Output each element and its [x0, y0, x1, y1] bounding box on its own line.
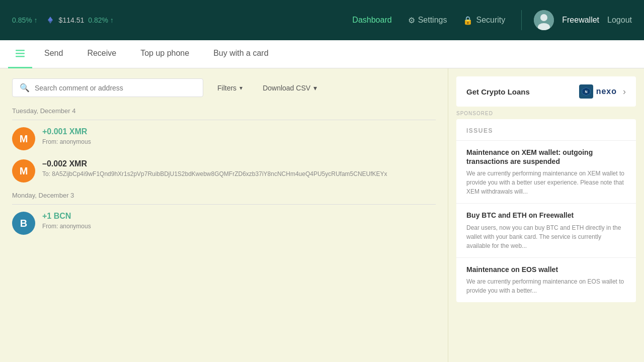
tab-receive[interactable]: Receive — [75, 40, 128, 68]
tx-avatar-2: M — [12, 159, 35, 183]
tx-sub-3: From: anonymous — [42, 223, 436, 230]
filters-label: Filters — [217, 84, 236, 92]
tx-avatar-1: M — [12, 127, 35, 150]
settings-label: Settings — [418, 16, 447, 25]
tx-amount-2: –0.002 XMR — [42, 159, 436, 168]
tabs-bar: Send Receive Top up phone Buy with a car… — [0, 40, 644, 68]
issue-desc-3: We are currently performing maintenance … — [466, 277, 626, 295]
lock-icon: 🔒 — [463, 16, 473, 25]
price2-pct: 0.82% ↑ — [88, 16, 114, 24]
tx-item-3[interactable]: B +1 BCN From: anonymous — [12, 212, 436, 235]
main-layout: 🔍 Filters ▾ Download CSV ▾ Tuesday, Dece… — [0, 68, 644, 362]
eth-price: $114.51 — [59, 16, 85, 24]
date-label-1: Tuesday, December 4 — [12, 107, 436, 115]
issue-item-3[interactable]: Maintenance on EOS wallet We are current… — [456, 258, 636, 302]
svg-point-3 — [540, 14, 547, 21]
tab-buy-with-card[interactable]: Buy with a card — [201, 40, 280, 68]
issue-title-1: Maintenance on XEM wallet: outgoing tran… — [466, 148, 626, 166]
tx-info-1: +0.001 XMR From: anonymous — [42, 127, 436, 145]
date-label-2: Monday, December 3 — [12, 192, 436, 199]
svg-text:N: N — [585, 90, 587, 94]
logout-button[interactable]: Logout — [607, 16, 632, 25]
issue-desc-1: We are currently performing maintenance … — [466, 169, 626, 196]
gear-icon: ⚙ — [408, 16, 415, 25]
tx-group-1: Tuesday, December 4 M +0.001 XMR From: a… — [12, 107, 436, 183]
tab-receive-label: Receive — [87, 49, 116, 58]
tx-item-2[interactable]: M –0.002 XMR To: 8A5ZijbCp4i9wF1Qnd9hXr1… — [12, 159, 436, 183]
eth-price-info: $114.51 0.82% ↑ — [46, 16, 114, 25]
svg-rect-5 — [16, 50, 25, 51]
tx-sub-2: To: 8A5ZijbCp4i9wF1Qnd9hXr1s2pVp7RuibBDj… — [42, 170, 436, 177]
tx-item-1[interactable]: M +0.001 XMR From: anonymous — [12, 127, 436, 150]
filters-button[interactable]: Filters ▾ — [211, 80, 249, 96]
list-icon — [15, 48, 26, 59]
svg-rect-7 — [16, 56, 25, 57]
search-filter-row: 🔍 Filters ▾ Download CSV ▾ — [12, 78, 436, 97]
nexo-icon: N — [579, 84, 593, 99]
tx-info-3: +1 BCN From: anonymous — [42, 212, 436, 230]
search-input[interactable] — [35, 84, 196, 92]
issue-item-1[interactable]: Maintenance on XEM wallet: outgoing tran… — [456, 141, 636, 204]
issue-desc-2: Dear users, now you can buy BTC and ETH … — [466, 223, 626, 250]
eth-icon — [46, 16, 55, 25]
date-divider-2 — [12, 204, 436, 205]
issues-section: ISSUES Maintenance on XEM wallet: outgoi… — [456, 119, 636, 302]
issue-title-3: Maintenance on EOS wallet — [466, 265, 626, 274]
sponsored-label: SPONSORED — [448, 111, 644, 119]
csv-chevron-icon: ▾ — [313, 84, 317, 92]
header-right: Freewallet Logout — [521, 10, 632, 30]
search-bar: 🔍 — [12, 78, 203, 97]
price1-pct: 0.85% ↑ — [12, 16, 38, 24]
promo-card[interactable]: Get Crypto Loans N nexo › — [456, 76, 636, 107]
tab-top-up-phone[interactable]: Top up phone — [128, 40, 201, 68]
tx-sub-1: From: anonymous — [42, 138, 436, 145]
user-avatar-icon — [534, 10, 554, 30]
app-header: 0.85% ↑ $114.51 0.82% ↑ Dashboard ⚙ Sett… — [0, 0, 644, 40]
filters-chevron-icon: ▾ — [239, 84, 243, 92]
download-csv-button[interactable]: Download CSV ▾ — [257, 80, 323, 96]
nav-dashboard[interactable]: Dashboard — [352, 16, 391, 25]
svg-rect-6 — [16, 53, 25, 54]
tab-buy-label: Buy with a card — [213, 49, 268, 58]
left-panel: 🔍 Filters ▾ Download CSV ▾ Tuesday, Dece… — [0, 68, 448, 362]
promo-chevron-icon: › — [623, 86, 626, 97]
tab-send-label: Send — [44, 49, 63, 58]
dashboard-label: Dashboard — [352, 16, 391, 25]
username-label: Freewallet — [562, 16, 599, 25]
header-left: 0.85% ↑ $114.51 0.82% ↑ — [12, 16, 336, 25]
issue-title-2: Buy BTC and ETH on Freewallet — [466, 211, 626, 220]
nav-security[interactable]: 🔒 Security — [463, 16, 505, 25]
tx-group-2: Monday, December 3 B +1 BCN From: anonym… — [12, 192, 436, 235]
avatar — [534, 10, 554, 30]
tx-avatar-3: B — [12, 212, 35, 235]
csv-label: Download CSV — [263, 84, 310, 92]
promo-text: Get Crypto Loans — [466, 87, 573, 96]
tx-amount-1: +0.001 XMR — [42, 127, 436, 136]
security-label: Security — [476, 16, 505, 25]
nav-settings[interactable]: ⚙ Settings — [408, 16, 447, 25]
nexo-brand-label: nexo — [596, 87, 617, 96]
date-divider-1 — [12, 120, 436, 120]
tx-info-2: –0.002 XMR To: 8A5ZijbCp4i9wF1Qnd9hXr1s2… — [42, 159, 436, 177]
right-panel: Get Crypto Loans N nexo › SPONSORED ISSU… — [448, 68, 644, 362]
tab-send[interactable]: Send — [32, 40, 75, 68]
issues-header: ISSUES — [456, 125, 636, 141]
header-nav: Dashboard ⚙ Settings 🔒 Security — [352, 16, 505, 25]
search-icon: 🔍 — [20, 83, 30, 93]
tab-top-up-label: Top up phone — [140, 49, 189, 58]
price-info-1: 0.85% ↑ — [12, 16, 38, 24]
tab-list-icon[interactable] — [8, 40, 32, 68]
nexo-svg-icon: N — [582, 87, 591, 96]
nexo-logo: N nexo — [579, 84, 617, 99]
tx-amount-3: +1 BCN — [42, 212, 436, 221]
issue-item-2[interactable]: Buy BTC and ETH on Freewallet Dear users… — [456, 204, 636, 257]
